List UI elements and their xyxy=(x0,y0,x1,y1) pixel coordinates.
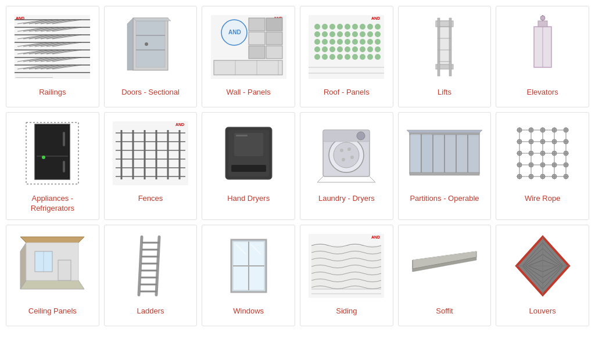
product-grid: AND xyxy=(6,6,589,326)
svg-point-175 xyxy=(350,156,354,159)
svg-marker-229 xyxy=(20,243,26,289)
card-wire-rope[interactable]: Wire Rope xyxy=(496,112,589,220)
svg-point-124 xyxy=(352,54,358,60)
svg-point-121 xyxy=(329,54,335,60)
svg-point-127 xyxy=(375,54,381,60)
svg-point-85 xyxy=(329,24,335,30)
card-img-laundry-dryers xyxy=(304,118,389,188)
svg-rect-142 xyxy=(538,21,547,27)
svg-point-178 xyxy=(357,132,365,140)
card-img-windows xyxy=(206,231,291,301)
card-img-fences: AND xyxy=(108,118,193,188)
card-img-elevators xyxy=(500,12,585,82)
svg-point-83 xyxy=(314,24,320,30)
card-label-railings: Railings xyxy=(39,88,66,98)
card-label-windows: Windows xyxy=(233,307,264,316)
card-elevators[interactable]: Elevators xyxy=(496,6,589,107)
svg-point-114 xyxy=(345,46,350,52)
card-louvers[interactable]: Louvers xyxy=(496,225,589,326)
svg-rect-0 xyxy=(15,15,90,79)
card-label-laundry-dryers: Laundry - Dryers xyxy=(318,194,375,204)
svg-point-143 xyxy=(540,16,545,20)
svg-point-109 xyxy=(375,39,381,45)
card-label-roof-panels: Roof - Panels xyxy=(324,88,370,98)
svg-text:AND: AND xyxy=(371,235,380,239)
card-label-soffit: Soffit xyxy=(436,307,453,316)
svg-point-88 xyxy=(352,24,358,30)
card-railings[interactable]: AND xyxy=(6,6,99,107)
svg-point-89 xyxy=(360,24,365,30)
card-label-lifts: Lifts xyxy=(438,88,451,98)
card-roof-panels[interactable]: AND xyxy=(300,6,393,107)
svg-point-110 xyxy=(314,46,320,52)
svg-point-173 xyxy=(340,149,343,152)
svg-point-116 xyxy=(360,46,365,52)
card-label-louvers: Louvers xyxy=(529,307,556,316)
card-img-roof-panels: AND xyxy=(304,12,389,82)
svg-point-105 xyxy=(345,39,350,45)
card-label-ceiling-panels: Ceiling Panels xyxy=(28,307,77,316)
svg-rect-191 xyxy=(422,134,432,172)
svg-marker-65 xyxy=(127,18,133,70)
card-laundry-dryers[interactable]: Laundry - Dryers xyxy=(300,112,393,220)
svg-rect-74 xyxy=(266,32,282,45)
card-label-doors-sectional: Doors - Sectional xyxy=(121,88,180,98)
card-ceiling-panels[interactable]: Ceiling Panels xyxy=(6,225,99,326)
card-img-doors-sectional xyxy=(108,12,193,82)
svg-point-122 xyxy=(337,54,343,60)
svg-point-91 xyxy=(375,24,381,30)
svg-rect-169 xyxy=(236,135,248,136)
card-img-hand-dryers xyxy=(206,118,291,188)
card-img-appliances-refrigerators xyxy=(10,118,95,188)
svg-point-123 xyxy=(345,54,350,60)
svg-point-90 xyxy=(367,24,373,30)
card-label-partitions-operable: Partitions - Operable xyxy=(410,194,479,204)
svg-text:AND: AND xyxy=(175,122,184,127)
card-label-elevators: Elevators xyxy=(527,88,558,98)
svg-point-93 xyxy=(322,31,328,37)
svg-rect-151 xyxy=(113,121,188,185)
svg-rect-234 xyxy=(58,260,71,280)
svg-point-96 xyxy=(345,31,350,37)
svg-marker-192 xyxy=(407,130,482,133)
svg-text:_______________________: _______________________ xyxy=(15,74,53,78)
svg-point-100 xyxy=(375,31,381,37)
card-lifts[interactable]: Lifts xyxy=(398,6,492,107)
svg-line-236 xyxy=(156,237,159,295)
card-partitions-operable[interactable]: Partitions - Operable xyxy=(398,112,492,220)
card-doors-sectional[interactable]: Doors - Sectional xyxy=(104,6,198,107)
svg-line-180 xyxy=(370,176,375,182)
card-appliances-refrigerators[interactable]: Appliances - Refrigerators xyxy=(6,112,99,220)
card-img-ladders xyxy=(108,231,193,301)
svg-rect-190 xyxy=(411,134,420,172)
svg-marker-230 xyxy=(20,237,84,243)
card-img-wire-rope xyxy=(500,118,585,188)
svg-point-97 xyxy=(352,31,358,37)
card-ladders[interactable]: Ladders xyxy=(104,225,198,326)
svg-point-117 xyxy=(367,46,373,52)
card-windows[interactable]: Windows xyxy=(202,225,295,326)
svg-point-101 xyxy=(314,39,320,45)
svg-rect-77 xyxy=(214,60,282,75)
svg-point-108 xyxy=(367,39,373,45)
svg-point-106 xyxy=(352,39,358,45)
svg-text:AND: AND xyxy=(371,16,380,20)
card-wall-panels[interactable]: AND AND Wall - Panels xyxy=(202,6,295,107)
svg-rect-72 xyxy=(266,18,282,31)
card-fences[interactable]: AND Fences xyxy=(104,112,198,220)
card-img-soffit xyxy=(402,231,488,301)
svg-point-119 xyxy=(314,54,320,60)
card-soffit[interactable]: Soffit xyxy=(398,225,492,326)
card-label-wall-panels: Wall - Panels xyxy=(227,88,271,98)
card-label-appliances-refrigerators: Appliances - Refrigerators xyxy=(10,194,95,214)
svg-rect-71 xyxy=(249,18,265,31)
svg-point-103 xyxy=(329,39,335,45)
svg-point-84 xyxy=(322,24,328,30)
card-siding[interactable]: AND Siding xyxy=(300,225,393,326)
svg-rect-73 xyxy=(249,32,265,45)
svg-marker-228 xyxy=(20,280,84,289)
svg-rect-147 xyxy=(63,132,65,146)
svg-rect-148 xyxy=(63,161,65,172)
svg-point-149 xyxy=(42,156,45,159)
card-hand-dryers[interactable]: Hand Dryers xyxy=(202,112,295,220)
